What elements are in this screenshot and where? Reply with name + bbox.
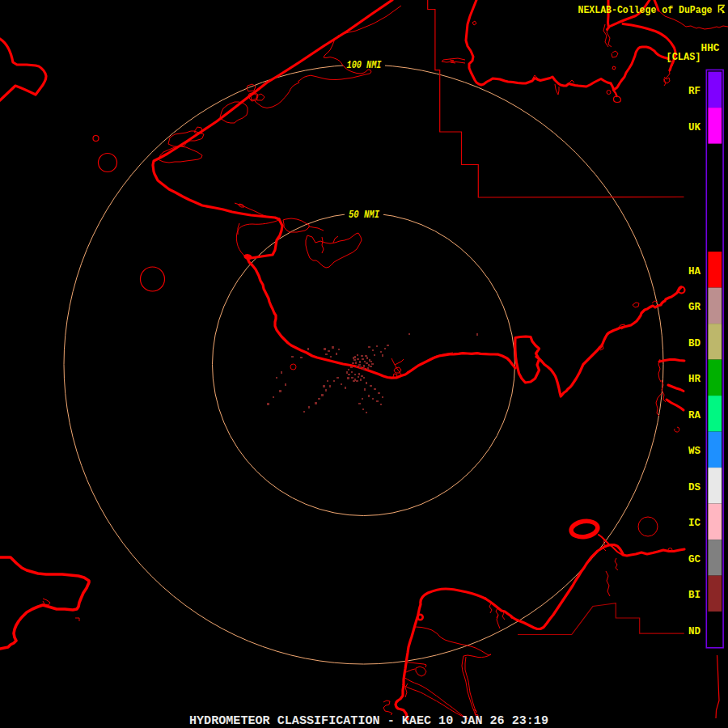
svg-text:HR: HR <box>688 373 700 385</box>
svg-text:GC: GC <box>688 553 700 565</box>
svg-text:NEXLAB-College of DuPage: NEXLAB-College of DuPage <box>578 4 713 16</box>
svg-text:RA: RA <box>688 409 700 421</box>
svg-text:DS: DS <box>688 481 700 493</box>
svg-text:ND: ND <box>688 625 700 637</box>
svg-text:HYDROMETEOR CLASSIFICATION - K: HYDROMETEOR CLASSIFICATION - KAEC 10 JAN… <box>189 714 548 727</box>
svg-text:HHC: HHC <box>701 42 720 54</box>
svg-text:50 NMI: 50 NMI <box>349 210 380 221</box>
svg-text:UK: UK <box>688 121 700 133</box>
svg-text:[CLAS]: [CLAS] <box>667 51 701 63</box>
svg-text:IC: IC <box>688 517 700 529</box>
svg-text:BI: BI <box>688 589 700 601</box>
svg-text:HA: HA <box>688 265 700 277</box>
svg-text:GR: GR <box>688 301 700 313</box>
svg-text:BD: BD <box>688 337 700 349</box>
svg-text:WS: WS <box>688 445 700 457</box>
svg-text:100 NMI: 100 NMI <box>347 60 383 71</box>
svg-text:RF: RF <box>688 85 700 97</box>
